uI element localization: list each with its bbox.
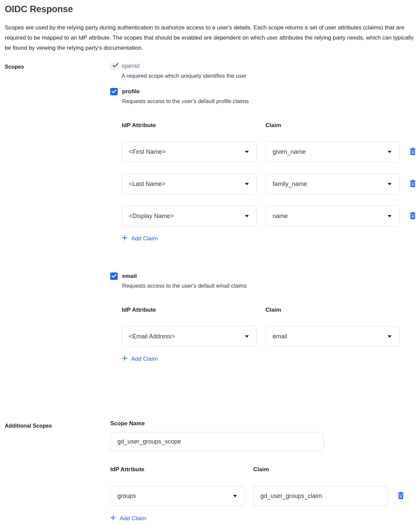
email-checkbox[interactable] xyxy=(110,272,118,280)
caret-down-icon xyxy=(388,215,392,217)
profile-row2-idp-attribute-select[interactable]: <Last Name> xyxy=(122,174,257,194)
additional-row1-idp-attribute-select[interactable]: groups xyxy=(110,486,245,506)
plus-icon xyxy=(122,355,127,363)
page-title: OIDC Response xyxy=(5,4,415,15)
caret-down-icon xyxy=(388,183,392,185)
additional-claim-row: groups xyxy=(110,486,415,506)
add-claim-label: Add Claim xyxy=(131,356,158,362)
profile-claim-row: <Last Name> family_name xyxy=(122,174,420,194)
caret-down-icon xyxy=(245,183,249,185)
add-claim-label: Add Claim xyxy=(131,235,158,242)
email-description: Requests access to the user's default em… xyxy=(122,283,247,289)
caret-down-icon xyxy=(233,495,237,497)
selected-value: given_name xyxy=(273,148,306,156)
oidc-response-page: OIDC Response Scopes are used by the rel… xyxy=(0,0,420,526)
profile-claims-table: IdP Attribute Claim <First Name> given_n… xyxy=(122,122,420,242)
additional-scopes-label: Additional Scopes xyxy=(5,420,110,429)
scope-name-header: Scope Name xyxy=(110,420,415,427)
email-idp-attribute-header: IdP Attribute xyxy=(122,307,257,313)
selected-value: email xyxy=(273,333,287,340)
caret-down-icon xyxy=(245,151,249,153)
selected-value: <First Name> xyxy=(129,148,166,156)
check-icon xyxy=(112,273,116,279)
plus-icon xyxy=(122,235,127,242)
scope-openid: openid A required scope which uniquely i… xyxy=(110,63,420,79)
profile-row1-claim-select[interactable]: given_name xyxy=(265,142,399,162)
email-claims-table: IdP Attribute Claim <Email Address> emai… xyxy=(122,307,420,363)
email-claim-row: <Email Address> email xyxy=(122,326,420,346)
selected-value: <Email Address> xyxy=(129,333,175,340)
additional-scopes-section: Additional Scopes Scope Name IdP Attribu… xyxy=(5,420,415,522)
additional-scopes-content: Scope Name IdP Attribute Claim groups xyxy=(110,420,415,522)
profile-row1-idp-attribute-select[interactable]: <First Name> xyxy=(122,142,257,162)
scope-profile: profile Requests access to the user's de… xyxy=(110,88,420,242)
trash-icon xyxy=(409,212,416,220)
profile-checkbox[interactable] xyxy=(110,88,118,95)
page-description: Scopes are used by the relying party dur… xyxy=(5,23,415,53)
selected-value: name xyxy=(273,213,288,220)
profile-row1-delete-button[interactable] xyxy=(408,147,417,156)
trash-icon xyxy=(409,180,416,188)
additional-claims-table: IdP Attribute Claim groups xyxy=(110,466,415,522)
profile-description: Requests access to the user's default pr… xyxy=(122,98,249,104)
profile-row3-delete-button[interactable] xyxy=(408,212,417,220)
caret-down-icon xyxy=(388,151,392,153)
profile-row3-idp-attribute-select[interactable]: <Display Name> xyxy=(122,206,257,226)
email-claim-header: Claim xyxy=(265,307,399,313)
profile-claim-row: <Display Name> name xyxy=(122,206,420,226)
profile-row3-claim-select[interactable]: name xyxy=(265,206,399,226)
email-label: email xyxy=(122,272,247,280)
profile-row2-claim-select[interactable]: family_name xyxy=(265,174,399,194)
scopes-section-label: Scopes xyxy=(5,63,110,70)
profile-row2-delete-button[interactable] xyxy=(408,180,417,188)
selected-value: groups xyxy=(117,493,136,500)
openid-checkbox xyxy=(110,63,117,70)
additional-row1-delete-button[interactable] xyxy=(396,492,405,500)
profile-idp-attribute-header: IdP Attribute xyxy=(122,122,257,129)
trash-icon xyxy=(397,492,404,500)
email-row1-idp-attribute-select[interactable]: <Email Address> xyxy=(122,326,257,346)
caret-down-icon xyxy=(388,335,392,338)
profile-claim-row: <First Name> given_name xyxy=(122,142,420,162)
additional-row1-claim-input[interactable] xyxy=(253,486,388,506)
openid-description: A required scope which uniquely identifi… xyxy=(121,73,247,79)
caret-down-icon xyxy=(245,335,249,338)
email-add-claim-button[interactable]: Add Claim xyxy=(122,355,158,363)
additional-add-claim-button[interactable]: Add Claim xyxy=(110,515,146,522)
selected-value: <Last Name> xyxy=(129,181,165,188)
scopes-content: openid A required scope which uniquely i… xyxy=(110,63,420,363)
caret-down-icon xyxy=(245,215,249,217)
profile-claim-header: Claim xyxy=(265,122,399,129)
profile-label: profile xyxy=(122,88,249,95)
check-icon xyxy=(112,89,116,95)
selected-value: family_name xyxy=(273,181,307,188)
add-claim-label: Add Claim xyxy=(120,515,146,522)
plus-icon xyxy=(110,515,116,522)
email-row1-claim-select[interactable]: email xyxy=(265,326,399,346)
profile-add-claim-button[interactable]: Add Claim xyxy=(122,235,158,242)
scope-email: email Requests access to the user's defa… xyxy=(110,272,420,363)
selected-value: <Display Name> xyxy=(129,213,174,220)
trash-icon xyxy=(409,147,416,156)
openid-label: openid xyxy=(121,63,247,70)
additional-claim-header: Claim xyxy=(253,466,388,473)
scope-name-input[interactable] xyxy=(110,432,324,451)
scopes-section: Scopes openid A required scope which uni xyxy=(5,63,415,363)
additional-idp-attribute-header: IdP Attribute xyxy=(110,466,245,473)
